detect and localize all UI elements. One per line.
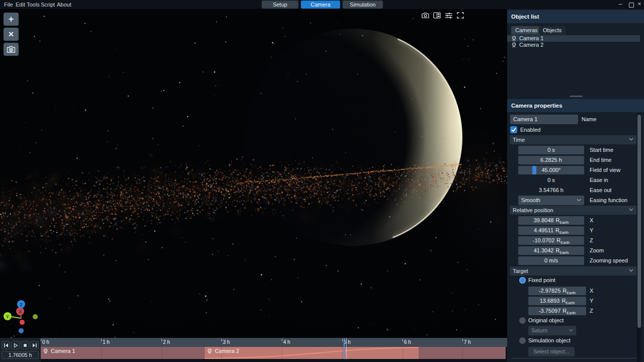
ease-out-value[interactable]: 3.54766 h <box>518 186 584 195</box>
scrollbar-thumb[interactable] <box>637 115 641 328</box>
menubar: File Edit Tools Script About Setup Camer… <box>0 0 644 9</box>
simulation-object-label: Simulation object <box>528 337 571 344</box>
camera-icon <box>511 36 517 41</box>
original-object-dropdown[interactable]: Saturn <box>528 326 576 335</box>
field-of-view-label: Field of view <box>590 166 620 174</box>
tab-cameras[interactable]: Cameras <box>511 26 542 35</box>
current-time-display[interactable]: 1.76005 h <box>2 351 39 359</box>
axis-gizmo[interactable]: X Z Y <box>1 298 41 338</box>
close-icon[interactable]: × <box>636 0 643 9</box>
chevron-down-icon <box>569 329 573 332</box>
tab-simulation[interactable]: Simulation <box>343 1 383 9</box>
target-z-label: Z <box>590 307 593 315</box>
camera-name-input[interactable]: Camera 1 <box>510 115 578 124</box>
timeline-ruler[interactable]: 0 h 1 h 2 h 3 h 4 h 5 h 6 h 7 h <box>41 338 507 347</box>
camera-properties-header: Camera properties <box>507 99 644 112</box>
skip-to-start-button[interactable] <box>2 341 10 349</box>
stop-button[interactable] <box>21 341 29 349</box>
clip-label: Camera 2 <box>215 348 239 354</box>
timeline-track[interactable]: Camera 1 Camera 2 <box>41 347 507 359</box>
right-panel: Object list Cameras Objects Camera 1 Cam… <box>507 9 644 362</box>
menu-script[interactable]: Script <box>41 0 55 9</box>
stop-icon <box>23 343 28 348</box>
chevron-down-icon <box>629 138 633 141</box>
enabled-checkbox[interactable] <box>510 126 517 133</box>
relative-z-input[interactable]: -10.0702REarth <box>518 236 584 245</box>
viewport-3d[interactable]: + × <box>0 9 507 338</box>
viewport-toolbar <box>422 12 464 19</box>
ease-out-label: Ease out <box>590 186 611 195</box>
start-time-label: Start time <box>590 146 613 154</box>
target-x-label: X <box>590 287 593 295</box>
camera-icon <box>43 348 48 354</box>
chevron-down-icon <box>629 269 633 272</box>
snapshot-camera-icon[interactable] <box>422 12 429 19</box>
end-time-label: End time <box>590 156 611 164</box>
relative-x-input[interactable]: 39.8048REarth <box>518 216 584 225</box>
skip-start-icon <box>4 343 9 348</box>
svg-text:Y: Y <box>6 314 9 319</box>
clip-label: Camera 1 <box>51 348 75 354</box>
easing-function-value: Smooth <box>521 197 540 203</box>
object-list-header: Object list <box>507 10 644 23</box>
play-button[interactable] <box>11 341 20 349</box>
menu-edit[interactable]: Edit <box>16 0 25 9</box>
axis-neg-y-dot <box>33 314 38 319</box>
ease-in-value[interactable]: 0 s <box>518 176 584 185</box>
list-item-camera-1[interactable]: Camera 1 <box>507 35 640 42</box>
original-object-value: Saturn <box>531 327 547 333</box>
target-z-input[interactable]: -3.75097REarth <box>528 307 586 315</box>
add-object-button[interactable]: + <box>4 13 19 26</box>
start-time-input[interactable]: 0 s <box>518 146 584 154</box>
split-view-icon[interactable] <box>433 12 441 19</box>
select-object-button[interactable]: Select object... <box>528 347 575 356</box>
menu-about[interactable]: About <box>57 0 71 9</box>
camera-gear-icon <box>7 45 16 53</box>
list-item-camera-2[interactable]: Camera 2 <box>507 42 640 48</box>
timeline: 1.76005 h 0 h 1 h 2 h 3 h 4 h 5 h 6 h 7 … <box>0 338 507 362</box>
clip-camera-2[interactable]: Camera 2 <box>205 347 419 359</box>
field-of-view-slider[interactable]: 45.000° <box>518 166 584 174</box>
relative-y-label: Y <box>590 226 593 235</box>
play-icon <box>13 343 18 348</box>
camera-icon <box>511 42 517 48</box>
target-y-label: Y <box>590 297 593 305</box>
section-title: Target <box>513 268 528 274</box>
minimize-icon[interactable]: – <box>617 0 624 9</box>
fullscreen-icon[interactable] <box>456 12 464 19</box>
menu-tools[interactable]: Tools <box>27 0 40 9</box>
tab-setup[interactable]: Setup <box>262 1 298 9</box>
target-y-input[interactable]: 13.6893REarth <box>528 297 586 305</box>
display-settings-sliders-icon[interactable] <box>445 12 452 19</box>
easing-function-label: Easing function <box>590 196 627 205</box>
end-time-input[interactable]: 6.2825 h <box>518 156 584 164</box>
space-render-canvas[interactable] <box>0 9 507 338</box>
axis-neg-x-dot <box>20 320 25 325</box>
panel-splitter-handle[interactable] <box>570 96 583 97</box>
original-object-radio[interactable] <box>519 317 526 324</box>
zoom-input[interactable]: 41.3042REarth <box>518 246 584 255</box>
svg-text:Z: Z <box>20 302 23 307</box>
relative-y-input[interactable]: 4.49511REarth <box>518 226 584 235</box>
camera-settings-button[interactable] <box>4 43 19 56</box>
maximize-icon[interactable] <box>629 3 634 8</box>
tab-camera[interactable]: Camera <box>301 1 340 9</box>
section-relative-position[interactable]: Relative position <box>510 206 636 215</box>
playhead[interactable] <box>344 338 345 359</box>
name-label: Name <box>582 115 596 124</box>
slider-handle[interactable] <box>532 166 536 174</box>
section-target[interactable]: Target <box>510 266 636 276</box>
target-x-input[interactable]: -2.97825REarth <box>528 287 586 295</box>
easing-function-dropdown[interactable]: Smooth <box>518 196 584 205</box>
zooming-speed-input[interactable]: 0 m/s <box>518 256 584 265</box>
skip-to-end-button[interactable] <box>30 341 39 349</box>
menu-file[interactable]: File <box>4 0 13 9</box>
tab-objects[interactable]: Objects <box>539 26 566 35</box>
panel-divider <box>511 358 637 358</box>
fixed-point-radio[interactable] <box>519 277 526 284</box>
section-title: Time <box>513 137 525 143</box>
section-time[interactable]: Time <box>510 135 636 144</box>
simulation-object-radio[interactable] <box>519 337 526 344</box>
delete-object-button[interactable]: × <box>4 28 19 41</box>
svg-text:X: X <box>19 309 22 314</box>
